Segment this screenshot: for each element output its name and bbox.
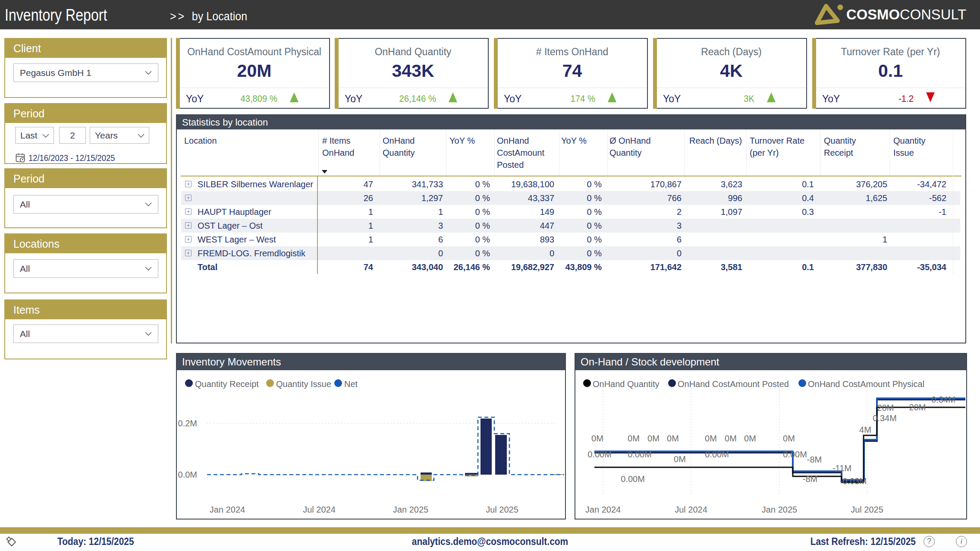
svg-text:0M: 0M	[744, 434, 756, 443]
svg-text:0M: 0M	[591, 434, 603, 443]
svg-text:Jan 2024: Jan 2024	[210, 505, 245, 514]
svg-text:0M: 0M	[667, 434, 679, 443]
svg-text:Jul 2025: Jul 2025	[851, 505, 883, 514]
svg-text:0.00M: 0.00M	[705, 450, 729, 459]
svg-text:-8M: -8M	[807, 455, 822, 464]
svg-text:4M: 4M	[859, 425, 871, 435]
svg-text:0M: 0M	[628, 434, 640, 443]
svg-text:Jan 2024: Jan 2024	[585, 505, 621, 514]
svg-text:0M: 0M	[705, 434, 717, 443]
svg-text:20M: 20M	[909, 403, 926, 412]
svg-text:20M: 20M	[877, 403, 894, 412]
svg-text:0M: 0M	[725, 434, 737, 443]
svg-text:0.00M: 0.00M	[628, 450, 652, 459]
svg-text:0M: 0M	[647, 434, 660, 443]
svg-text:0.34M: 0.34M	[931, 395, 955, 404]
svg-text:0.00M: 0.00M	[587, 450, 612, 459]
svg-text:0M: 0M	[783, 434, 795, 443]
svg-text:-11M: -11M	[832, 463, 851, 473]
svg-text:0M: 0M	[674, 454, 686, 464]
svg-text:-8M: -8M	[803, 474, 817, 484]
svg-text:Jul 2025: Jul 2025	[486, 505, 518, 514]
svg-text:Jan 2025: Jan 2025	[762, 505, 797, 514]
svg-text:Jul 2024: Jul 2024	[675, 505, 707, 514]
svg-text:Jul 2024: Jul 2024	[303, 505, 336, 514]
svg-text:0.34M: 0.34M	[873, 413, 897, 423]
svg-text:-0.03M: -0.03M	[840, 476, 867, 486]
svg-text:Jan 2025: Jan 2025	[393, 505, 428, 514]
svg-text:0.00M: 0.00M	[783, 450, 807, 459]
svg-text:0.2M: 0.2M	[178, 419, 197, 428]
svg-text:0.00M: 0.00M	[621, 474, 645, 484]
svg-text:0.0M: 0.0M	[178, 470, 197, 479]
